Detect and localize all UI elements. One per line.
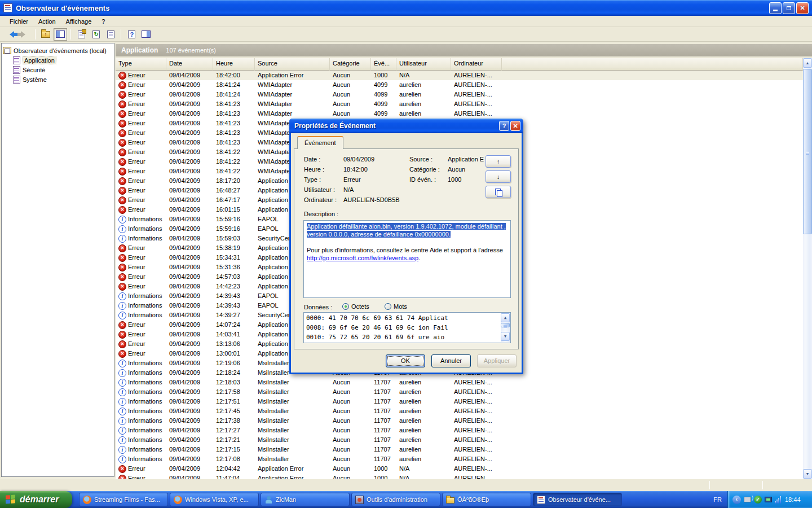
menu-item-action[interactable]: Action [33,17,61,26]
table-row[interactable]: ✕Erreur09/04/200918:41:24WMIAdapterAucun… [116,90,803,99]
column-header-date[interactable]: Date [166,58,213,71]
up-folder-icon[interactable]: ↑ [39,28,52,41]
next-event-button[interactable]: ↓ [486,170,511,183]
security-shield-icon[interactable]: ✓ [754,496,762,503]
events-help-link[interactable]: http://go.microsoft.com/fwlink/events.as… [307,255,418,261]
table-row[interactable]: iInformations09/04/200912:17:08MsiInstal… [116,454,803,464]
error-icon: ✕ [118,148,126,156]
show-tree-icon[interactable] [54,28,67,41]
table-row[interactable]: ✕Erreur09/04/200918:42:00Application Err… [116,71,803,80]
column-header-type[interactable]: Type [116,58,166,71]
scrollbar-thumb[interactable] [803,69,812,234]
dialog-close-icon[interactable]: ✕ [510,121,520,131]
taskbar-task[interactable]: Streaming Films - Fas... [79,493,168,506]
forward-icon[interactable] [18,28,32,41]
taskbar-task[interactable]: ÓÀºãÖ®Ëþ [442,493,531,506]
taskbar-task[interactable]: Observateur d'événe... [533,493,622,506]
properties-icon[interactable] [74,28,88,41]
column-header-heure[interactable]: Heure [213,58,255,71]
ok-button[interactable]: OK [386,354,425,367]
hex-scrollbar[interactable]: ▲ ▼ [501,313,510,342]
event-log-icon [13,76,20,84]
previous-event-button[interactable]: ↑ [486,155,511,168]
table-row[interactable]: ✕Erreur09/04/200918:41:23WMIAdapterAucun… [116,99,803,109]
export-list-icon[interactable] [104,28,117,41]
sidebar-item-application[interactable]: Application [3,55,113,65]
table-row[interactable]: iInformations09/04/200912:17:38MsiInstal… [116,416,803,426]
radio-mots[interactable]: Mots [385,303,407,310]
minimize-button[interactable] [769,2,782,14]
column-header-catgorie[interactable]: Catégorie [330,58,371,71]
language-indicator[interactable]: FR [708,496,727,503]
tray-collapse-icon[interactable]: ‹ [732,496,741,504]
network-computer-icon[interactable] [765,497,772,502]
menu-item-fichier[interactable]: Fichier [5,17,33,26]
error-icon: ✕ [118,331,126,339]
cancel-button[interactable]: Annuler [431,354,471,367]
sidebar-item-scurit[interactable]: Sécurité [3,65,113,75]
menu-item-?[interactable]: ? [96,17,110,26]
table-row[interactable]: ✕Erreur09/04/200918:41:24WMIAdapterAucun… [116,80,803,90]
source-value: Application Error [448,156,484,163]
error-icon: ✕ [118,158,126,166]
error-icon: ✕ [118,350,126,358]
hex-scroll-down-icon[interactable]: ▼ [501,332,510,341]
table-row[interactable]: iInformations09/04/200912:17:21MsiInstal… [116,435,803,445]
taskbar-task[interactable]: Windows Vista, XP, e... [170,493,259,506]
console-icon [3,47,11,54]
description-box[interactable]: Application défaillante aion.bin, versio… [303,220,511,298]
start-button[interactable]: démarrer [0,491,72,508]
table-row[interactable]: iInformations09/04/200912:17:51MsiInstal… [116,397,803,406]
error-icon: ✕ [118,321,126,329]
column-header-ordinateur[interactable]: Ordinateur [451,58,502,71]
table-row[interactable]: iInformations09/04/200912:17:27MsiInstal… [116,426,803,435]
hex-scrollbar-thumb[interactable] [501,323,510,327]
event-viewer-icon [3,3,12,12]
scroll-down-icon[interactable]: ▼ [803,469,812,479]
list-header: TypeDateHeureSourceCatégorieÉvé...Utilis… [116,58,803,71]
radio-octets[interactable]: Octets [342,303,369,310]
error-icon: ✕ [118,100,126,108]
event-data-hex[interactable]: 0000: 41 70 70 6c 69 63 61 74 Applicat00… [303,312,511,343]
refresh-icon[interactable] [89,28,103,41]
column-header-utilisateur[interactable]: Utilisateur [396,58,451,71]
tree-root[interactable]: Observateur d'événements (local) [3,46,113,55]
table-row[interactable]: iInformations09/04/200912:17:15MsiInstal… [116,445,803,454]
column-header-source[interactable]: Source [255,58,330,71]
taskbar: démarrer Streaming Films - Fas...Windows… [0,491,812,508]
back-icon[interactable] [3,28,17,41]
taskbar-task[interactable]: Outils d'administration [351,493,440,506]
table-row[interactable]: ✕Erreur09/04/200912:04:42Application Err… [116,464,803,474]
hex-scroll-up-icon[interactable]: ▲ [501,313,510,322]
folder-icon [446,497,454,503]
time-label: Heure : [304,166,324,173]
table-row[interactable]: ✕Erreur09/04/200918:41:23WMIAdapterAucun… [116,109,803,119]
table-row[interactable]: iInformations09/04/200912:17:45MsiInstal… [116,406,803,416]
close-button[interactable]: ✕ [796,2,809,14]
result-pane-header: Application 107 événement(s) [116,44,812,56]
wireless-network-icon[interactable] [744,497,751,502]
table-row[interactable]: iInformations09/04/200912:17:58MsiInstal… [116,387,803,397]
copy-event-button[interactable] [486,186,511,198]
apply-button[interactable]: Appliquer [477,354,517,367]
column-header-v[interactable]: Évé... [371,58,396,71]
description-more-text: Pour plus d'informations, consultez le c… [307,247,503,253]
list-vertical-scrollbar[interactable]: ▲ ▼ [803,58,812,479]
table-row[interactable]: ✕Erreur09/04/200911:47:04Application Err… [116,474,803,479]
info-icon: i [118,369,126,377]
event-log-icon [13,56,20,64]
signal-strength-icon[interactable] [775,496,781,503]
tab-evenement[interactable]: Événement [297,136,343,149]
dialog-help-icon[interactable]: ? [499,121,509,131]
sidebar-item-systme[interactable]: Système [3,75,113,84]
restore-button[interactable] [783,2,795,14]
help-icon[interactable] [125,28,138,41]
error-icon: ✕ [118,340,126,348]
scroll-up-icon[interactable]: ▲ [803,58,812,68]
menu-item-affichage[interactable]: Affichage [61,17,97,26]
show-pane-icon[interactable] [139,28,153,41]
taskbar-task[interactable]: ZicMan [261,493,350,506]
hex-line: 0000: 41 70 70 6c 69 63 61 74 Applicat [306,313,508,323]
table-row[interactable]: iInformations09/04/200912:18:03MsiInstal… [116,378,803,387]
console-tree: Observateur d'événements (local)Applicat… [1,43,114,477]
